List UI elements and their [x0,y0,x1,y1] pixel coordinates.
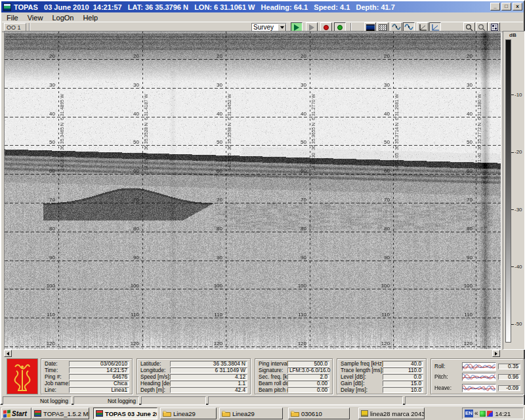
echogram-view[interactable] [4,31,501,350]
field-value: 14:21:57 [69,368,129,373]
taskbar-item-label: linea28 marca 2043 SCG ... [370,410,425,417]
folder-icon [222,410,230,417]
menu-logon[interactable]: LogOn [47,14,78,22]
field-label: Sec. freq. [kHz]: [259,374,287,380]
field-value: 36 35.3804 N [170,361,247,367]
maximize-button[interactable]: □ [501,3,511,10]
panel-row: Speed [m/s]:4.12 [140,374,247,381]
field-label: Line: [45,387,69,393]
taskbar-item[interactable]: Linea29 [219,408,283,419]
field-value: -0.09 [498,385,520,391]
horizontal-scrollbar[interactable] [4,350,501,358]
colorbar-unit-label: dB [509,32,516,38]
grid-icon [491,24,498,31]
field-value: 500.0 [287,361,329,367]
panel-row: Heave:-0.09 [434,383,520,394]
field-label: Gain [dB]: [341,381,383,387]
menu-view[interactable]: View [23,14,48,22]
tray-app-icon[interactable] [480,411,486,417]
minimize-button[interactable]: _ [490,3,500,10]
status-section [141,396,206,405]
close-button[interactable]: x [513,3,522,10]
menu-bar: FileViewLogOnHelp [2,13,523,22]
field-label: Latitude: [140,361,170,367]
magnifier-icon [478,24,486,32]
taskbar-item-label: TOPAS 03 June 201... [105,410,158,417]
field-value: LFM:3.0-6.0/16.0 [287,368,329,373]
field-value: 0.00 [287,381,329,387]
topas-icon [96,410,103,417]
kongsberg-logo [7,358,38,394]
taskbar-item-label: Linea29 [173,410,196,417]
tray-clock: 14:21 [495,410,511,417]
field-value: 15.0 [383,381,423,387]
scroll-left-button[interactable] [4,350,12,357]
field-label: Roll: [434,364,462,369]
record-icon [324,25,329,30]
echogram-canvas[interactable] [5,32,501,349]
start-button-label: Start [12,410,27,417]
start-button[interactable]: Start [1,408,32,419]
panel-row: Signature:LFM:3.0-6.0/16.0 [259,368,329,374]
wiggle-trace-icon [392,24,401,31]
menu-help[interactable]: Help [78,14,102,22]
field-label: Speed [m/s]: [140,374,170,380]
colorbar-gradient [505,39,511,343]
field-label: Date: [45,361,69,367]
field-label: Beam roll dir [deg]: [259,381,287,387]
motion-sparkline [462,373,496,381]
language-indicator[interactable]: EN [465,410,473,417]
panel-tx: Ping interval [ms]:500.0Signature:LFM:3.… [255,358,333,394]
colorbar-tick-label: -10 [511,92,522,98]
taskbar-item-label: TOPAS_1.5.2 Mki [43,410,89,417]
window-title: TOPAS 03 June 2010 14:21:57 LAT: 36 35.3… [14,3,395,11]
panel-row: Job name:Chica [45,380,129,387]
folder-icon [291,410,299,417]
taskbar-item[interactable]: TOPAS 03 June 201... [93,408,158,419]
panel-row: Level [dB]:0.0 [341,374,423,381]
field-label: Ping interval [ms]: [259,361,287,367]
field-label: Pitch: [434,374,462,380]
panel-row: Ping #:64676 [45,374,129,381]
panel-nav: Latitude:36 35.3804 NLongitude:6 31.1049… [136,358,251,394]
field-value: 0.00 [287,387,329,393]
colorbar-tick-label: -30 [511,207,522,213]
field-label: Heading [deg]: [140,381,170,387]
taskbar-item[interactable]: TOPAS_1.5.2 Mki [32,408,89,419]
taskbar-item[interactable]: linea28 marca 2043 SCG ... [358,408,425,419]
play-disabled-icon [309,24,314,31]
panel-job: Date:03/06/2010Time:14:21:57Ping #:64676… [41,358,133,394]
panel-row: Latitude:36 35.3804 N [140,361,247,368]
chart-axes-icon [419,24,427,32]
info-panels: Date:03/06/2010Time:14:21:57Ping #:64676… [1,358,525,395]
panel-row: Ping interval [ms]:500.0 [259,361,329,368]
status-section: Not logging [3,396,72,405]
panel-row: Roll:0.35 [434,361,520,372]
status-section [208,396,403,405]
taskbar-item[interactable]: 030610 [288,408,350,419]
taskbar-item-label: Linea29 [232,410,255,417]
field-label: Sample freq [kHz]: [341,361,383,367]
green-dot-icon [337,25,343,30]
panel-row: Beam roll dir [deg]:0.00 [259,380,329,387]
title-bar: TOPAS 03 June 2010 14:21:57 LAT: 36 35.3… [1,1,524,12]
field-value: 03/06/2010 [69,361,129,367]
tray-app-icon[interactable] [487,411,493,417]
field-value: 6 31.1049 W [170,368,247,373]
tray-chevron-icon[interactable]: « [474,410,478,417]
taskbar-item[interactable]: Linea29 [160,408,217,419]
colorbar-tick-label: -20 [511,149,522,155]
panel-row: Sec. freq. [kHz]:2.0 [259,374,329,381]
scroll-right-button[interactable] [492,350,500,357]
panel-row: Pitch:0.96 [434,372,520,383]
field-label: Beam pitch dir [deg]: [259,387,287,393]
noise-icon [379,24,387,31]
taskbar-item-label: 030610 [301,410,322,417]
colorbar-tick-label: -50 [511,321,522,327]
field-label: Signature: [259,368,287,373]
panel-row: Depth [m]:42.4 [140,387,247,393]
field-label: Level [dB]: [341,374,383,380]
field-value: Chica [69,381,129,387]
menu-file[interactable]: File [2,14,23,22]
panel-rx: Sample freq [kHz]:40.0Trace length [ms]:… [337,358,427,394]
